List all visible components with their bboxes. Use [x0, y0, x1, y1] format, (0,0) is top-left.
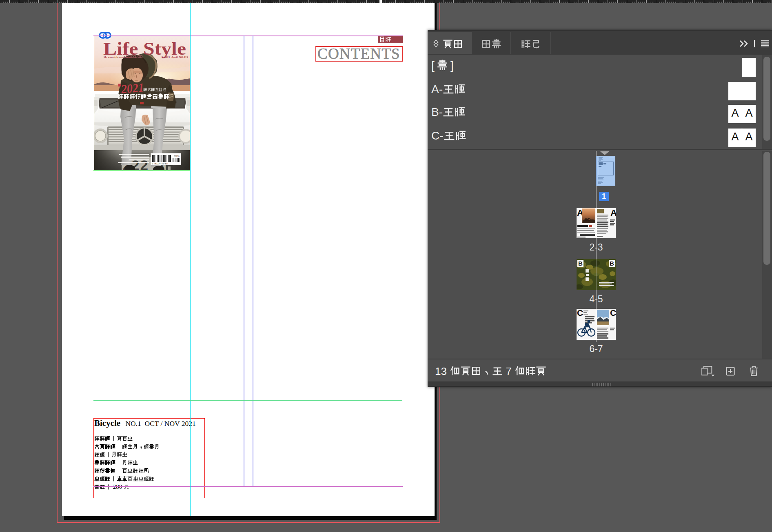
svg-text:2021 April NO.119: 2021 April NO.119 [164, 55, 188, 58]
svg-text:A: A [610, 208, 616, 218]
svg-text:C: C [610, 309, 616, 317]
svg-text:C: C [577, 309, 583, 317]
svg-text:B: B [610, 260, 614, 267]
svg-text:00270: 00270 [174, 155, 180, 157]
svg-text:9 781234 567897: 9 781234 567897 [152, 162, 168, 164]
svg-text:My own style magazine: My own style magazine [104, 55, 130, 58]
svg-text:B: B [578, 260, 583, 267]
